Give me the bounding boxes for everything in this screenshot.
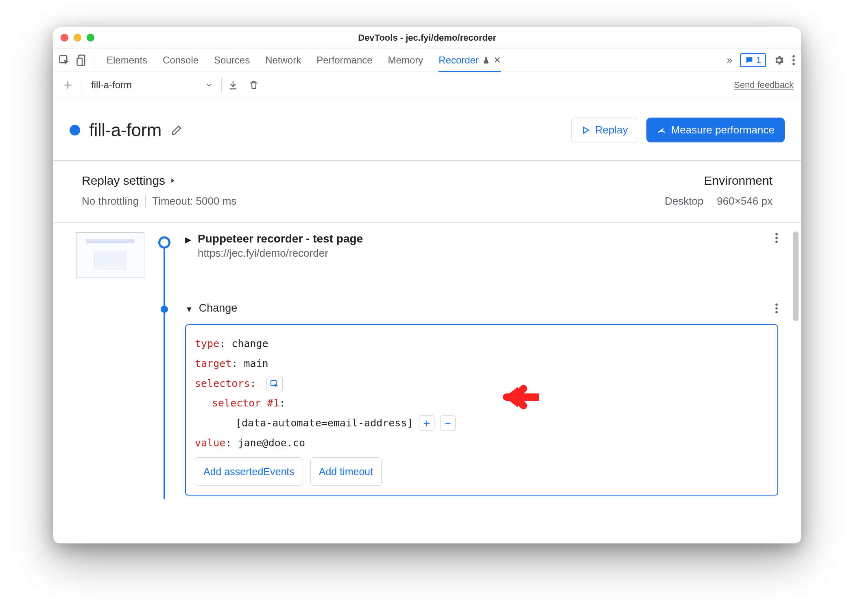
caret-right-icon <box>169 176 176 185</box>
devtools-window: DevTools - jec.fyi/demo/recorder Element… <box>53 27 801 544</box>
device-toggle-icon[interactable] <box>76 54 88 66</box>
issues-count: 1 <box>756 55 761 66</box>
window-title: DevTools - jec.fyi/demo/recorder <box>53 33 801 43</box>
timeline-start-icon <box>158 236 170 249</box>
tab-performance[interactable]: Performance <box>316 55 372 66</box>
export-icon[interactable] <box>227 79 239 91</box>
svg-point-10 <box>775 303 778 306</box>
step-details-box: type: change target: main selectors: sel… <box>185 324 778 496</box>
tab-label: Sources <box>214 55 250 66</box>
settings-row: Replay settings No throttling Timeout: 5… <box>53 161 801 223</box>
prop-value[interactable]: main <box>244 358 268 369</box>
step-thumbnail[interactable] <box>76 232 144 278</box>
prop-key: value <box>195 437 225 449</box>
svg-point-7 <box>775 233 778 236</box>
scrollbar-thumb[interactable] <box>793 232 799 321</box>
prop-key: type <box>195 338 219 350</box>
delete-icon[interactable] <box>249 79 259 91</box>
button-label: Measure performance <box>671 124 775 136</box>
prop-key: target <box>195 358 231 369</box>
tab-label: Elements <box>107 55 147 66</box>
scrollbar[interactable] <box>793 232 799 490</box>
selector-value[interactable]: [data-automate=email-address] <box>236 413 413 433</box>
new-recording-button[interactable] <box>61 78 75 92</box>
svg-point-12 <box>775 311 778 313</box>
tab-sources[interactable]: Sources <box>214 55 250 66</box>
timeline-step-dot <box>161 306 168 313</box>
more-tabs-icon[interactable]: » <box>727 54 732 66</box>
svg-point-11 <box>775 307 778 310</box>
tab-elements[interactable]: Elements <box>107 55 147 66</box>
divider <box>710 195 710 208</box>
replay-button[interactable]: Replay <box>571 118 638 142</box>
step-label: Change <box>199 302 238 315</box>
recording-name: fill-a-form <box>91 79 132 91</box>
svg-point-8 <box>775 237 778 239</box>
divider <box>221 78 222 92</box>
button-label: Replay <box>595 124 628 136</box>
close-tab-icon[interactable]: ✕ <box>493 55 501 66</box>
edit-title-icon[interactable] <box>170 124 183 136</box>
tab-memory[interactable]: Memory <box>388 55 423 66</box>
step-kebab-icon[interactable] <box>775 303 778 314</box>
svg-rect-2 <box>77 58 83 66</box>
settings-icon[interactable] <box>773 55 785 66</box>
tab-label: Performance <box>316 55 372 66</box>
add-asserted-events-button[interactable]: Add assertedEvents <box>195 457 303 486</box>
tab-label: Memory <box>388 55 423 66</box>
tab-label: Network <box>265 55 301 66</box>
flow-header: fill-a-form Replay Measure performance <box>53 98 801 161</box>
section-label: Replay settings <box>82 174 165 188</box>
prop-value[interactable]: jane@doe.co <box>238 437 305 449</box>
recording-status-dot <box>70 125 80 135</box>
add-timeout-button[interactable]: Add timeout <box>310 457 382 486</box>
chevron-down-icon <box>205 81 213 89</box>
add-selector-button[interactable]: ＋ <box>419 415 434 431</box>
divider <box>81 78 81 92</box>
step-kebab-icon[interactable] <box>775 232 778 244</box>
step-change-header[interactable]: ▼ Change <box>185 302 778 315</box>
tab-network[interactable]: Network <box>265 55 301 66</box>
device-value: Desktop <box>665 195 703 208</box>
caret-down-icon: ▼ <box>185 305 193 314</box>
kebab-icon[interactable] <box>792 55 795 66</box>
annotation-arrow-icon <box>502 383 539 411</box>
send-feedback-link[interactable]: Send feedback <box>734 80 794 90</box>
issues-badge[interactable]: 1 <box>740 53 766 67</box>
section-label: Environment <box>704 174 772 188</box>
devtools-tabs: Elements Console Sources Network Perform… <box>53 48 801 72</box>
timeout-value: Timeout: 5000 ms <box>152 195 236 208</box>
measure-performance-button[interactable]: Measure performance <box>646 118 785 142</box>
tab-label: Console <box>163 55 199 66</box>
tab-label: Recorder <box>439 55 479 66</box>
dimensions-value: 960×546 px <box>717 195 772 208</box>
flow-title: fill-a-form <box>89 120 161 140</box>
svg-point-9 <box>775 241 778 243</box>
caret-right-icon: ▶ <box>185 235 191 245</box>
inspect-icon[interactable] <box>58 54 70 66</box>
svg-point-6 <box>661 130 662 131</box>
step-title: Puppeteer recorder - test page <box>198 232 363 245</box>
svg-point-4 <box>792 59 795 61</box>
prop-key: selectors <box>195 378 250 389</box>
steps-area: ▶ Puppeteer recorder - test page https:/… <box>53 223 801 499</box>
experiment-icon <box>482 56 490 65</box>
step-navigate[interactable]: ▶ Puppeteer recorder - test page https:/… <box>185 232 778 260</box>
timeline <box>155 232 175 499</box>
replay-settings-header[interactable]: Replay settings <box>82 174 236 188</box>
tab-console[interactable]: Console <box>163 55 199 66</box>
tab-recorder[interactable]: Recorder ✕ <box>439 55 501 72</box>
recorder-toolbar: fill-a-form Send feedback <box>53 72 801 98</box>
selector-picker-button[interactable] <box>266 376 283 392</box>
step-url: https://jec.fyi/demo/recorder <box>198 247 363 260</box>
recording-select[interactable]: fill-a-form <box>87 79 216 91</box>
environment-header: Environment <box>704 174 772 188</box>
remove-selector-button[interactable]: － <box>440 415 456 431</box>
prop-key: selector #1 <box>212 397 279 409</box>
prop-value[interactable]: change <box>231 338 268 350</box>
titlebar: DevTools - jec.fyi/demo/recorder <box>53 27 801 48</box>
throttling-value: No throttling <box>82 195 139 208</box>
svg-point-5 <box>792 63 795 65</box>
svg-point-3 <box>792 55 795 57</box>
divider <box>145 195 146 208</box>
